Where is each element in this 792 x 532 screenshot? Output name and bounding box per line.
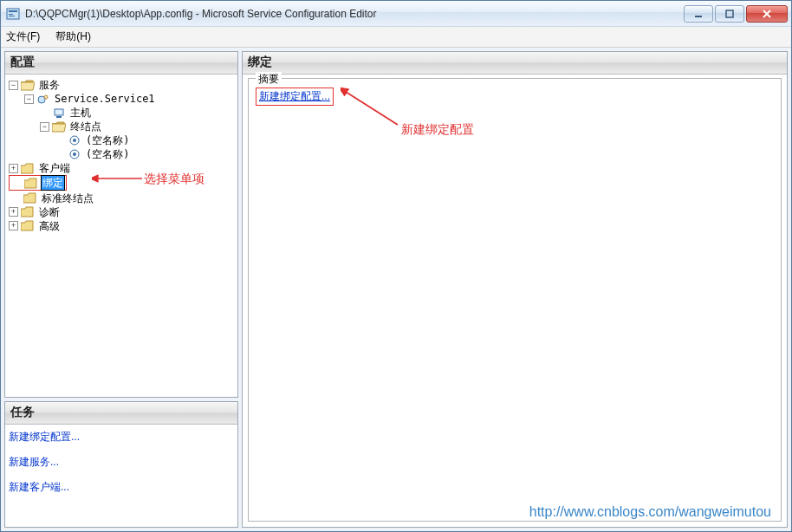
task-body: 新建绑定配置... 新建服务... 新建客户端...	[5, 425, 237, 527]
tree-label: 服务	[37, 78, 62, 92]
window-title: D:\QQPCMgr(1)\Desktop\App.config - Micro…	[25, 8, 682, 20]
expander-minus-icon[interactable]: −	[24, 94, 34, 104]
menu-file[interactable]: 文件(F)	[6, 29, 40, 44]
tree-node-diagnostics[interactable]: + 诊断	[9, 205, 236, 219]
tree-node-services[interactable]: − 服务	[9, 78, 236, 92]
tree-label: 诊断	[37, 205, 62, 219]
svg-marker-7	[21, 82, 35, 90]
svg-line-24	[346, 92, 398, 125]
task-panel: 任务 新建绑定配置... 新建服务... 新建客户端...	[4, 401, 238, 528]
config-tree: − 服务 −	[5, 75, 237, 397]
expander-minus-icon[interactable]: −	[9, 81, 18, 90]
close-button[interactable]	[746, 5, 788, 23]
tree-node-service1[interactable]: − Service.Service1	[24, 92, 236, 106]
expander-plus-icon[interactable]: +	[9, 207, 18, 217]
tree-label: 主机	[68, 106, 93, 120]
svg-rect-3	[9, 16, 15, 16]
folder-closed-icon	[23, 192, 37, 204]
svg-rect-11	[56, 116, 62, 118]
annotation-text: 新建绑定配置	[401, 122, 474, 138]
svg-rect-2	[9, 14, 13, 15]
svg-point-17	[73, 152, 76, 156]
tree-label-selected: 绑定	[41, 175, 65, 191]
maximize-button[interactable]	[715, 5, 744, 23]
summary-group: 摘要 新建绑定配置... 新建绑定配置	[248, 78, 782, 522]
tree-node-endpoint[interactable]: (空名称)	[55, 147, 236, 161]
annotation-arrow-icon	[341, 87, 401, 128]
svg-rect-10	[55, 109, 63, 115]
svg-marker-20	[23, 193, 36, 203]
app-icon	[6, 7, 20, 21]
task-new-service[interactable]: 新建服务...	[9, 455, 234, 470]
tree-node-endpoints[interactable]: − 终结点	[40, 120, 236, 133]
service-icon	[36, 93, 50, 105]
binding-panel-header: 绑定	[243, 52, 787, 75]
watermark-url: http://www.cnblogs.com/wangweimutou	[529, 504, 771, 520]
expander-plus-icon[interactable]: +	[9, 164, 18, 173]
config-tree-panel: 配置 − 服务	[4, 51, 238, 398]
folder-open-icon	[21, 79, 35, 91]
tree-label: (空名称)	[84, 147, 131, 161]
folder-closed-icon	[21, 206, 35, 218]
tree-node-clients[interactable]: + 客户端	[9, 161, 236, 175]
expander-plus-icon[interactable]: +	[9, 221, 18, 230]
tree-label: 标准终结点	[40, 191, 95, 205]
folder-closed-icon	[21, 220, 35, 232]
endpoint-icon	[68, 134, 81, 146]
svg-rect-1	[9, 10, 17, 12]
folder-closed-icon	[21, 162, 35, 174]
host-icon	[52, 107, 66, 119]
svg-marker-22	[21, 221, 33, 230]
svg-rect-4	[695, 16, 702, 17]
task-new-binding[interactable]: 新建绑定配置...	[9, 430, 234, 444]
tree-label: 高级	[37, 219, 62, 233]
tree-node-host[interactable]: 主机	[40, 106, 236, 120]
binding-panel-body: 摘要 新建绑定配置... 新建绑定配置	[243, 75, 787, 527]
titlebar: D:\QQPCMgr(1)\Desktop\App.config - Micro…	[1, 1, 791, 27]
svg-point-15	[73, 139, 76, 142]
svg-marker-18	[21, 164, 33, 173]
task-new-client[interactable]: 新建客户端...	[9, 480, 234, 495]
new-binding-link[interactable]: 新建绑定配置...	[256, 88, 334, 106]
svg-marker-21	[21, 207, 33, 217]
tree-node-bindings[interactable]: 绑定	[10, 176, 65, 190]
tree-label: Service.Service1	[53, 92, 157, 106]
summary-legend: 摘要	[256, 72, 282, 87]
folder-open-icon	[52, 120, 66, 133]
tree-label: (空名称)	[84, 133, 131, 147]
tree-node-std-endpoints[interactable]: 标准终结点	[9, 191, 236, 205]
expander-minus-icon[interactable]: −	[40, 122, 49, 132]
endpoint-icon	[68, 148, 81, 160]
window-buttons	[682, 5, 788, 23]
config-tree-header: 配置	[5, 52, 237, 75]
svg-marker-19	[24, 178, 36, 188]
svg-rect-5	[726, 10, 733, 17]
left-column: 配置 − 服务	[4, 51, 238, 528]
tree-label: 终结点	[68, 120, 103, 133]
client-area: 配置 − 服务	[1, 48, 791, 531]
folder-closed-icon	[24, 177, 38, 189]
menu-help[interactable]: 帮助(H)	[55, 29, 91, 44]
menubar: 文件(F) 帮助(H)	[1, 27, 791, 48]
tree-label: 客户端	[37, 161, 72, 175]
svg-point-9	[44, 95, 48, 99]
minimize-button[interactable]	[684, 5, 713, 23]
svg-marker-13	[52, 124, 66, 132]
window-frame: D:\QQPCMgr(1)\Desktop\App.config - Micro…	[0, 0, 792, 532]
binding-panel: 绑定 摘要 新建绑定配置... 新建绑定配置 http://www.cnblog…	[242, 51, 788, 528]
task-panel-header: 任务	[5, 402, 237, 425]
tree-node-advanced[interactable]: + 高级	[9, 219, 236, 233]
tree-node-endpoint[interactable]: (空名称)	[55, 133, 236, 147]
